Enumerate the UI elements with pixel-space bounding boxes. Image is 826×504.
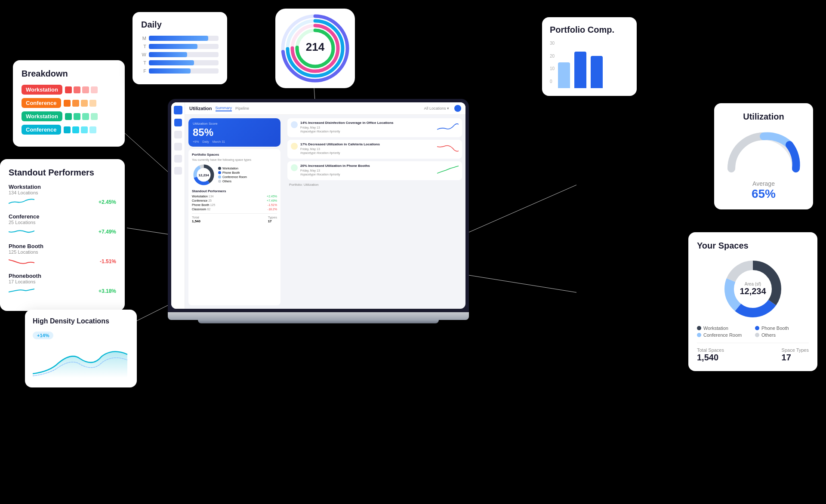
spaces-legend: Workstation Phone Booth Conference Room … — [697, 326, 809, 338]
performer-change: -1.51% — [100, 258, 116, 264]
feed-sparkline-1 — [437, 121, 459, 135]
performer-change: +7.49% — [99, 229, 116, 235]
dash-footer-stats: Total1,540 Types17 — [192, 213, 277, 223]
performer-sparkline — [9, 227, 34, 237]
feed-item-2: 17% Decreased Utilization in Cafeteria L… — [287, 140, 462, 159]
high-density-badge: +14% — [33, 332, 53, 339]
bar-track — [149, 60, 219, 65]
daily-bar-row: M — [141, 36, 219, 41]
legend-dot — [697, 326, 701, 330]
space-types-stat: Space Types 17 — [782, 347, 809, 363]
feed-date-3: Friday, May 13 — [300, 169, 370, 172]
space-types-label: Space Types — [782, 347, 809, 353]
feed-content-3: 20% Increased Utilization in Phone Booth… — [300, 164, 370, 176]
feed-title-3: 20% Increased Utilization in Phone Booth… — [300, 164, 370, 168]
bar-3 — [591, 56, 603, 88]
daily-title: Daily — [141, 20, 219, 30]
performer-name: Workstation — [9, 184, 116, 190]
svg-line-5 — [469, 185, 576, 232]
dash-standout-list: Workstation 134+2.45% Conference 25+7.49… — [192, 195, 277, 211]
portfolio-comp-chart: 30 20 10 0 — [550, 41, 629, 88]
breakdown-dot — [64, 126, 71, 133]
standout-card: Standout Performers Workstation 134 Loca… — [0, 159, 125, 311]
util-avg-value: 65% — [723, 187, 804, 201]
breakdown-dot — [72, 126, 79, 133]
utilization-gauge — [723, 128, 804, 175]
performer-name: Phonebooth — [9, 273, 116, 279]
spaces-donut-center: Area (sf) 12,234 — [740, 282, 766, 296]
bar-fill — [149, 36, 208, 41]
breakdown-dot — [74, 86, 80, 93]
space-types-value: 17 — [782, 353, 809, 363]
daily-bar-row: F — [141, 68, 219, 74]
bar-track — [149, 52, 219, 57]
feed-item-1: 14% Increased Disinfection Coverage in O… — [287, 118, 462, 137]
legend-label: Others — [761, 332, 776, 338]
legend-item: Workstation — [697, 326, 751, 331]
high-density-title: High Density Locations — [33, 317, 129, 325]
performer-change: +2.45% — [99, 199, 116, 205]
feed-title-1: 14% Increased Disinfection Coverage in O… — [300, 121, 394, 125]
bar-track — [149, 36, 219, 41]
laptop-screen-inner: Utilization Summary Pipeline All Locatio… — [171, 102, 465, 309]
performer-sparkline — [9, 256, 34, 267]
daily-bar-row: T — [141, 60, 219, 65]
feed-tag-3: #spacetype #location #priority — [300, 173, 370, 176]
standout-title: Standout Performers — [9, 168, 116, 178]
dash-mini-donut: 12,234 — [192, 163, 216, 187]
dash-total-spaces: Total1,540 — [192, 215, 200, 223]
bar-chart — [558, 45, 603, 88]
breakdown-dot — [91, 86, 98, 93]
score-meta-2: Daily — [202, 140, 209, 143]
legend-item: Phone Booth — [755, 326, 809, 331]
dash-portfolio-mini: Portfolio Spaces You currently have the … — [188, 149, 280, 305]
breakdown-dot — [81, 100, 88, 107]
feed-date-1: Friday, May 13 — [300, 126, 394, 129]
performer-line: +3.18% — [9, 286, 116, 296]
spaces-area-value: 12,234 — [740, 286, 766, 296]
feed-icon-1 — [291, 121, 298, 128]
legend-ot: Others — [218, 180, 247, 183]
spaces-donut-wrap: Area (sf) 12,234 — [697, 257, 809, 321]
ring-value: 214 — [306, 40, 325, 53]
breakdown-dot — [89, 100, 96, 107]
performer-line: +7.49% — [9, 227, 116, 237]
bar-1 — [558, 62, 570, 88]
breakdown-row: Conference — [22, 125, 116, 135]
dash-header-tab-summary[interactable]: Summary — [216, 106, 232, 111]
dash-standout-mini: Standout Performers Workstation 134+2.45… — [192, 189, 277, 211]
performer-change: +3.18% — [99, 288, 116, 294]
breakdown-dot — [91, 113, 98, 120]
dash-score-card: Utilization Score 85% +9% Daily March 31 — [188, 118, 280, 147]
performer-sparkline — [9, 197, 34, 207]
dash-portfolio-mini-title: Portfolio Spaces — [192, 153, 277, 157]
spaces-card: Your Spaces Area (sf) 12,234 Workstation… — [688, 232, 817, 371]
bar-fill — [149, 44, 197, 49]
legend-label: Conference Room — [703, 332, 742, 338]
bar-col-3 — [591, 56, 603, 88]
performer-sub: 25 Locations — [9, 220, 116, 225]
high-density-card: High Density Locations +14% — [25, 310, 137, 387]
dash-filter[interactable]: All Locations ▾ — [424, 106, 449, 111]
utilization-card: Utilization Average 65% — [714, 103, 813, 209]
dash-avatar — [454, 105, 461, 112]
feed-icon-3 — [291, 164, 298, 171]
portfolio-util-label: Portfolio: Utilization — [287, 183, 462, 187]
legend-pb: Phone Booth — [218, 171, 247, 174]
dash-header-title: Utilization — [189, 106, 212, 111]
legend-label: Workstation — [703, 326, 728, 331]
breakdown-dot — [64, 100, 71, 107]
total-spaces-value: 1,540 — [697, 353, 724, 363]
dashboard: Utilization Summary Pipeline All Locatio… — [171, 102, 465, 309]
dash-header-tab-pipeline[interactable]: Pipeline — [235, 106, 249, 111]
laptop-screen: Utilization Summary Pipeline All Locatio… — [168, 99, 469, 312]
performer-sparkline — [9, 286, 34, 296]
sp-row-3: Phone Booth 125-1.51% — [192, 203, 277, 206]
dash-main: Utilization Summary Pipeline All Locatio… — [185, 102, 465, 309]
bar-2 — [574, 52, 586, 88]
breakdown-dot — [82, 113, 89, 120]
performer-sub: 17 Locations — [9, 279, 116, 284]
laptop-base-bottom — [198, 320, 439, 323]
sp-row-1: Workstation 134+2.45% — [192, 195, 277, 198]
dash-sidebar — [171, 102, 185, 309]
